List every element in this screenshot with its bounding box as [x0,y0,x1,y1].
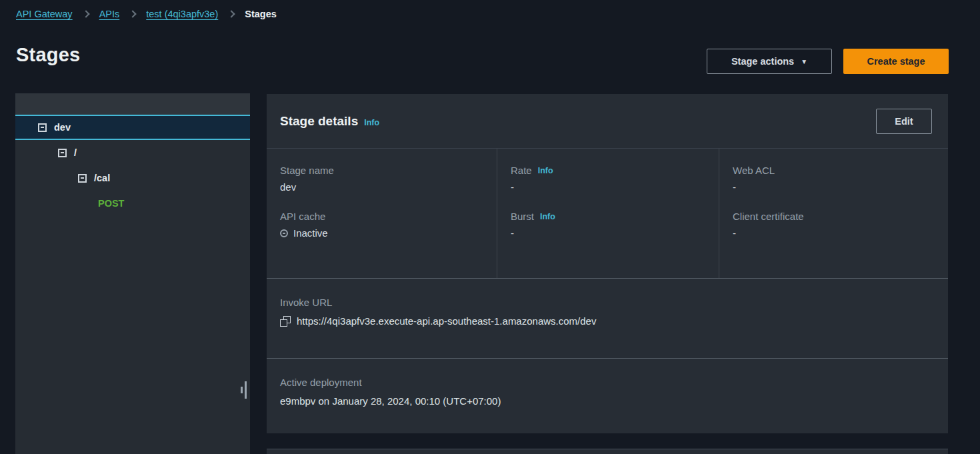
chevron-right-icon [82,10,89,17]
field-stage-name: Stage name dev [280,165,483,193]
stage-details-info-link[interactable]: Info [364,118,379,127]
field-value: - [733,181,935,193]
create-stage-button[interactable]: Create stage [843,49,949,74]
fields-column-2: Rate Info - Burst Info - [497,149,719,278]
rate-info-link[interactable]: Info [538,166,553,175]
active-deployment-section: Active deployment e9mbpv on January 28, … [267,358,948,433]
field-value: dev [280,181,483,193]
breadcrumb-link-api[interactable]: test (4qi3apfv3e) [146,9,218,19]
stages-tree-sidebar: dev / /cal POST [15,93,250,454]
tree-item-dev[interactable]: dev [15,115,250,140]
field-burst: Burst Info - [511,211,705,239]
chevron-right-icon [129,10,137,17]
field-value: - [511,181,705,193]
stage-details-header: Stage details Info Edit [267,94,948,149]
burst-info-link[interactable]: Info [540,212,555,221]
stage-actions-button[interactable]: Stage actions ▼ [707,49,832,74]
field-label-text: Burst [511,211,534,222]
field-web-acl: Web ACL - [733,165,935,193]
collapse-minus-icon[interactable] [38,123,47,132]
tree-item-cal[interactable]: /cal [15,165,250,191]
field-label: Client certificate [733,211,935,222]
stage-details-title: Stage details [280,114,358,129]
breadcrumb-link-apis[interactable]: APIs [99,9,120,19]
sidebar-resize-handle[interactable] [241,381,247,399]
status-text: Inactive [293,227,328,239]
active-deployment-value: e9mbpv on January 28, 2024, 00:10 (UTC+0… [280,395,935,407]
copy-icon[interactable] [280,316,291,327]
edit-button[interactable]: Edit [876,109,932,134]
next-panel-partial [267,449,948,454]
tree-item-post-method[interactable]: POST [15,191,250,216]
field-api-cache: API cache Inactive [280,211,483,239]
chevron-down-icon: ▼ [801,59,807,65]
page-title: Stages [16,44,80,66]
tree-item-label: / [74,147,77,158]
breadcrumb: API Gateway APIs test (4qi3apfv3e) Stage… [16,9,277,19]
field-value: - [733,227,935,239]
field-label-text: Rate [511,165,532,176]
stage-actions-label: Stage actions [731,56,794,67]
field-label: Web ACL [733,165,935,176]
collapse-minus-icon[interactable] [78,174,87,183]
field-label: Burst Info [511,211,705,222]
stage-details-panel: Stage details Info Edit Stage name dev A… [267,94,948,433]
fields-column-3: Web ACL - Client certificate - [719,149,948,278]
tree-item-label: dev [54,122,71,133]
field-label: Rate Info [511,165,705,176]
resize-grip-icon [241,387,243,393]
field-label: API cache [280,211,483,222]
tree-item-label: POST [98,198,124,209]
field-label: Stage name [280,165,483,176]
inactive-status-icon [280,229,288,237]
stage-details-fields: Stage name dev API cache Inactive Rate I… [267,149,948,278]
invoke-url-value: https://4qi3apfv3e.execute-api.ap-southe… [297,315,596,327]
resize-grip-icon [245,381,247,399]
invoke-url-section: Invoke URL https://4qi3apfv3e.execute-ap… [267,278,948,358]
field-value: - [511,227,705,239]
field-value: Inactive [280,227,483,239]
field-client-certificate: Client certificate - [733,211,935,239]
collapse-minus-icon[interactable] [58,149,67,157]
invoke-url-row: https://4qi3apfv3e.execute-api.ap-southe… [280,315,935,327]
invoke-url-label: Invoke URL [280,297,935,308]
field-rate: Rate Info - [511,165,705,193]
tree-header-strip [15,93,250,115]
active-deployment-label: Active deployment [280,377,935,388]
tree-item-root[interactable]: / [15,140,250,165]
breadcrumb-link-api-gateway[interactable]: API Gateway [16,9,73,19]
tree-item-label: /cal [94,173,110,183]
fields-column-1: Stage name dev API cache Inactive [267,149,497,278]
breadcrumb-current: Stages [245,9,277,19]
chevron-right-icon [228,10,235,17]
